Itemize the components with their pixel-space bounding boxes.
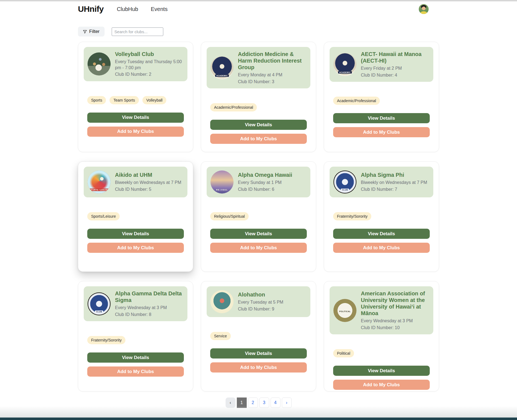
club-logo-spiritual: RE.IIGUL: [210, 170, 234, 194]
filter-icon: [83, 30, 87, 34]
club-id: Club ID Number: 7: [361, 186, 427, 192]
add-to-my-clubs-button[interactable]: Add to My Clubs: [210, 243, 307, 253]
pagination-next-button[interactable]: ›: [282, 397, 292, 408]
club-title: Volleyball Club: [115, 51, 184, 57]
tag-row: Sports Team Sports Volleyball: [87, 96, 184, 104]
club-schedule: Every Friday at 2 PM: [361, 65, 429, 71]
view-details-button[interactable]: View Details: [87, 113, 184, 123]
club-tag: Team Sports: [109, 96, 139, 104]
view-details-button[interactable]: View Details: [87, 229, 184, 239]
club-card: CLUB Alpha Sigma Phi Biweekly on Wednesd…: [324, 161, 439, 272]
club-title: AECT- Hawaii at Manoa (AECT-HI): [361, 51, 429, 64]
header: UHnify ClubHub Events: [0, 1, 517, 14]
add-to-my-clubs-button[interactable]: Add to My Clubs: [333, 127, 430, 137]
club-card: SPORTS / LESURE Aikido at UHM Biweekly o…: [78, 161, 193, 272]
club-tag: Religious/Spiritual: [210, 212, 249, 220]
club-tag: Sports: [87, 96, 106, 104]
main-content: Filter Volleyball Club Every Tuesday and…: [78, 27, 439, 408]
tag-row: Academic/Professional: [333, 97, 430, 105]
club-logo-political: POLITICAL: [333, 299, 356, 322]
club-id: Club ID Number: 2: [115, 71, 184, 77]
view-details-button[interactable]: View Details: [333, 366, 430, 376]
view-details-button[interactable]: View Details: [210, 120, 307, 130]
club-tag: Service: [210, 332, 231, 340]
brand-logo: UHnify: [78, 4, 104, 14]
club-schedule: Every Tuesday at 5 PM: [238, 299, 283, 305]
club-card-band: POLITICAL American Association of Univer…: [330, 286, 433, 334]
pagination-page-2[interactable]: 2: [248, 397, 258, 408]
club-id: Club ID Number: 4: [361, 72, 429, 78]
club-tag: Volleyball: [142, 96, 166, 104]
club-card-band: CLUB Alpha Sigma Phi Biweekly on Wednesd…: [330, 167, 433, 197]
view-details-button[interactable]: View Details: [210, 348, 307, 359]
club-logo-academic: ACADEMIC: [333, 53, 356, 76]
club-schedule: Every Wednesday at 3 PM: [361, 318, 429, 324]
toolbar: Filter: [78, 27, 439, 37]
club-tag: Academic/Professional: [210, 103, 257, 111]
club-logo-academic: ACADEMIC: [210, 56, 234, 79]
club-card-band: Volleyball Club Every Tuesday and Thursd…: [84, 47, 187, 81]
tag-row: Academic/Professional: [210, 103, 307, 111]
add-to-my-clubs-button[interactable]: Add to My Clubs: [210, 362, 307, 373]
club-id: Club ID Number: 6: [238, 186, 292, 192]
add-to-my-clubs-button[interactable]: Add to My Clubs: [210, 134, 307, 144]
club-card: Alohathon Every Tuesday at 5 PM Club ID …: [201, 281, 316, 391]
club-schedule: Biweekly on Wednesdays at 7 PM: [115, 180, 181, 186]
pagination-page-3[interactable]: 3: [259, 397, 269, 408]
view-details-button[interactable]: View Details: [210, 229, 307, 239]
club-title: American Association of University Women…: [361, 290, 429, 317]
club-title: Alpha Sigma Phi: [361, 172, 427, 178]
club-id: Club ID Number: 5: [115, 186, 181, 192]
club-card: ACADEMIC AECT- Hawaii at Manoa (AECT-HI)…: [324, 42, 439, 152]
club-title: Alohathon: [238, 291, 283, 298]
pagination-page-1[interactable]: 1: [237, 397, 247, 408]
club-card: RE.IIGUL Alpha Omega Hawaii Every Sunday…: [201, 161, 316, 272]
tag-row: Fraternity/Sorority: [87, 336, 184, 344]
search-input[interactable]: [112, 27, 163, 36]
club-tag: Fraternity/Sorority: [87, 336, 125, 344]
view-details-button[interactable]: View Details: [333, 113, 430, 123]
main-nav: ClubHub Events: [117, 6, 168, 12]
club-card-band: Alohathon Every Tuesday at 5 PM Club ID …: [207, 286, 310, 317]
club-logo-service: [210, 290, 234, 313]
pagination-page-4[interactable]: 4: [271, 397, 280, 408]
pagination-prev-button[interactable]: ‹: [226, 397, 235, 408]
club-card: Volleyball Club Every Tuesday and Thursd…: [78, 42, 193, 152]
club-card-band: RE.IIGUL Alpha Omega Hawaii Every Sunday…: [207, 167, 310, 197]
tag-row: Sports/Leisure: [87, 212, 184, 220]
club-id: Club ID Number: 9: [238, 306, 283, 312]
club-tag: Fraternity/Sorority: [333, 212, 371, 220]
club-title: Alpha Omega Hawaii: [238, 172, 292, 178]
add-to-my-clubs-button[interactable]: Add to My Clubs: [87, 243, 184, 253]
club-card-grid: Volleyball Club Every Tuesday and Thursd…: [78, 42, 439, 391]
club-schedule: Every Tuesday and Thursday 5:00 pm - 7:0…: [115, 59, 184, 71]
user-avatar[interactable]: [419, 4, 429, 14]
club-card: ACADEMIC Addiction Medicine & Harm Reduc…: [201, 42, 316, 152]
nav-clubhub[interactable]: ClubHub: [117, 6, 138, 12]
club-id: Club ID Number: 8: [115, 312, 184, 318]
add-to-my-clubs-button[interactable]: Add to My Clubs: [333, 380, 430, 390]
club-card: POLITICAL American Association of Univer…: [324, 281, 439, 391]
club-id: Club ID Number: 10: [361, 325, 429, 331]
tag-row: Fraternity/Sorority: [333, 212, 430, 220]
add-to-my-clubs-button[interactable]: Add to My Clubs: [87, 366, 184, 377]
add-to-my-clubs-button[interactable]: Add to My Clubs: [333, 243, 430, 253]
view-details-button[interactable]: View Details: [333, 229, 430, 239]
nav-events[interactable]: Events: [151, 6, 168, 12]
club-title: Addiction Medicine & Harm Reduction Inte…: [238, 51, 307, 71]
filter-button[interactable]: Filter: [78, 27, 105, 37]
club-schedule: Biweekly on Wednesdays at 7 PM: [361, 180, 427, 186]
club-tag: Political: [333, 349, 354, 357]
club-schedule: Every Sunday at 1 PM: [238, 180, 292, 186]
filter-label: Filter: [89, 29, 100, 34]
tag-row: Religious/Spiritual: [210, 212, 307, 220]
club-tag: Sports/Leisure: [87, 212, 120, 220]
tag-row: Political: [333, 349, 430, 357]
pagination: ‹ 1 2 3 4 ›: [78, 397, 439, 408]
club-id: Club ID Number: 3: [238, 79, 307, 85]
add-to-my-clubs-button[interactable]: Add to My Clubs: [87, 127, 184, 137]
club-schedule: Every Wednesday at 3 PM: [115, 305, 184, 311]
view-details-button[interactable]: View Details: [87, 352, 184, 363]
avatar-face: [422, 7, 426, 10]
club-schedule: Every Monday at 4 PM: [238, 72, 307, 78]
